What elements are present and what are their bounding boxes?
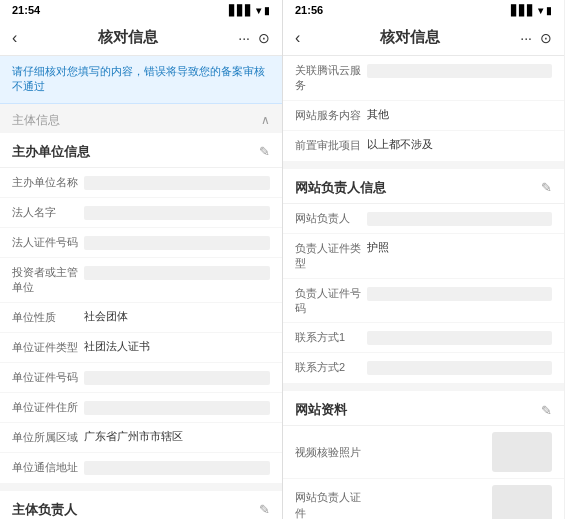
- field-row: 负责人证件号码: [283, 279, 564, 324]
- field-value-region: 广东省广州市市辖区: [84, 429, 270, 444]
- card-webmaster-header: 网站负责人信息 ✎: [283, 169, 564, 204]
- edit-organizer-icon[interactable]: ✎: [259, 144, 270, 159]
- status-bar-1: 21:54 ▋▋▋ ▾ ▮: [0, 0, 282, 20]
- card-site-material-header: 网站资料 ✎: [283, 391, 564, 426]
- field-row: 单位性质 社会团体: [0, 303, 282, 333]
- image-webmaster-cert: [492, 485, 552, 519]
- field-label: 网站服务内容: [295, 107, 367, 123]
- more-icon-1[interactable]: ···: [238, 30, 250, 46]
- card-principal: 主体负责人 ✎ 负责人姓名 负责人证件类型 护照 负责人证件号码 联系方式1 联…: [0, 491, 282, 519]
- card-site-material-title: 网站资料: [295, 401, 347, 419]
- field-row: 主办单位名称: [0, 168, 282, 198]
- field-label: 投资者或主管单位: [12, 264, 84, 296]
- alert-banner-1: 请仔细核对您填写的内容，错误将导致您的备案审核不通过: [0, 56, 282, 104]
- status-time-1: 21:54: [12, 4, 40, 16]
- more-icon-2[interactable]: ···: [520, 30, 532, 46]
- field-row: 视频核验照片: [283, 426, 564, 479]
- field-row: 网站负责人: [283, 204, 564, 234]
- header-1: ‹ 核对信息 ··· ⊙: [0, 20, 282, 56]
- field-row: 网站服务内容 其他: [283, 101, 564, 131]
- field-label: 单位通信地址: [12, 459, 84, 475]
- edit-webmaster-icon[interactable]: ✎: [541, 180, 552, 195]
- back-button-1[interactable]: ‹: [12, 29, 17, 47]
- main-section-label: 主体信息: [12, 112, 60, 129]
- field-label: 单位证件住所: [12, 399, 84, 415]
- header-2: ‹ 核对信息 ··· ⊙: [283, 20, 564, 56]
- field-label: 关联腾讯云服务: [295, 62, 367, 94]
- field-label: 前置审批项目: [295, 137, 367, 153]
- alert-text-1: 请仔细核对您填写的内容，错误将导致您的备案审核不通过: [12, 65, 265, 92]
- header-icons-1: ··· ⊙: [238, 30, 270, 46]
- field-value-organizer-name: [84, 176, 270, 190]
- status-icons-2: ▋▋▋ ▾ ▮: [511, 5, 552, 16]
- field-label: 法人证件号码: [12, 234, 84, 250]
- signal-icon-2: ▋▋▋: [511, 5, 535, 16]
- battery-icon: ▮: [264, 5, 270, 16]
- field-value-comm-addr: [84, 461, 270, 475]
- field-row: 单位证件号码: [0, 363, 282, 393]
- field-row: 法人证件号码: [0, 228, 282, 258]
- field-row: 投资者或主管单位: [0, 258, 282, 303]
- card-organizer-title: 主办单位信息: [12, 143, 90, 161]
- field-value-webmaster-name: [367, 212, 552, 226]
- card-organizer: 主办单位信息 ✎ 主办单位名称 法人名字 法人证件号码 投资者或主管单位 单位性…: [0, 133, 282, 483]
- field-row: 单位通信地址: [0, 453, 282, 483]
- field-value-investor: [84, 266, 270, 280]
- image-video-verify: [492, 432, 552, 472]
- field-label: 单位所属区域: [12, 429, 84, 445]
- field-label: 联系方式2: [295, 359, 367, 375]
- field-label: 视频核验照片: [295, 444, 367, 460]
- field-row: 单位所属区域 广东省广州市市辖区: [0, 423, 282, 453]
- field-value-web-contact1: [367, 331, 552, 345]
- field-value-webmaster-cert-type: 护照: [367, 240, 552, 255]
- field-label: 法人名字: [12, 204, 84, 220]
- field-value-tencent-service: [367, 64, 552, 78]
- field-label: 网站负责人证件: [295, 489, 367, 519]
- field-row: 关联腾讯云服务: [283, 56, 564, 101]
- card-principal-header: 主体负责人 ✎: [0, 491, 282, 519]
- card-site-material: 网站资料 ✎ 视频核验照片 网站负责人证件 手持证件照: [283, 391, 564, 519]
- field-label: 网站负责人: [295, 210, 367, 226]
- field-label: 负责人证件号码: [295, 285, 367, 317]
- field-value-legal-id: [84, 236, 270, 250]
- field-row: 负责人证件类型 护照: [283, 234, 564, 279]
- field-label: 单位证件号码: [12, 369, 84, 385]
- screen-2: 21:56 ▋▋▋ ▾ ▮ ‹ 核对信息 ··· ⊙ 关联腾讯云服务 网站服务内…: [282, 0, 564, 519]
- field-row: 前置审批项目 以上都不涉及: [283, 131, 564, 161]
- header-icons-2: ··· ⊙: [520, 30, 552, 46]
- field-label: 负责人证件类型: [295, 240, 367, 272]
- wifi-icon-2: ▾: [538, 5, 543, 16]
- field-label: 联系方式1: [295, 329, 367, 345]
- main-section-header: 主体信息 ∧: [0, 104, 282, 133]
- field-value-cert-type: 社团法人证书: [84, 339, 270, 354]
- collapse-arrow-main[interactable]: ∧: [261, 113, 270, 127]
- screen-1: 21:54 ▋▋▋ ▾ ▮ ‹ 核对信息 ··· ⊙ 请仔细核对您填写的内容，错…: [0, 0, 282, 519]
- page-title-2: 核对信息: [380, 28, 440, 47]
- field-value-cert-num: [84, 371, 270, 385]
- wifi-icon: ▾: [256, 5, 261, 16]
- card-organizer-header: 主办单位信息 ✎: [0, 133, 282, 168]
- field-row: 网站负责人证件: [283, 479, 564, 519]
- field-row: 法人名字: [0, 198, 282, 228]
- field-value-web-contact2: [367, 361, 552, 375]
- edit-principal-icon[interactable]: ✎: [259, 502, 270, 517]
- field-value-cert-addr: [84, 401, 270, 415]
- info-icon-2[interactable]: ⊙: [540, 30, 552, 46]
- field-value-service-content: 其他: [367, 107, 552, 122]
- field-value-unit-type: 社会团体: [84, 309, 270, 324]
- status-bar-2: 21:56 ▋▋▋ ▾ ▮: [283, 0, 564, 20]
- info-icon-1[interactable]: ⊙: [258, 30, 270, 46]
- edit-site-material-icon[interactable]: ✎: [541, 403, 552, 418]
- battery-icon-2: ▮: [546, 5, 552, 16]
- field-row: 联系方式2: [283, 353, 564, 383]
- card-webmaster: 网站负责人信息 ✎ 网站负责人 负责人证件类型 护照 负责人证件号码 联系方式1…: [283, 169, 564, 384]
- field-label: 主办单位名称: [12, 174, 84, 190]
- field-row: 单位证件住所: [0, 393, 282, 423]
- field-label: 单位性质: [12, 309, 84, 325]
- page-title-1: 核对信息: [98, 28, 158, 47]
- signal-icon: ▋▋▋: [229, 5, 253, 16]
- field-value-legal-name: [84, 206, 270, 220]
- card-principal-title: 主体负责人: [12, 501, 77, 519]
- field-label: 单位证件类型: [12, 339, 84, 355]
- back-button-2[interactable]: ‹: [295, 29, 300, 47]
